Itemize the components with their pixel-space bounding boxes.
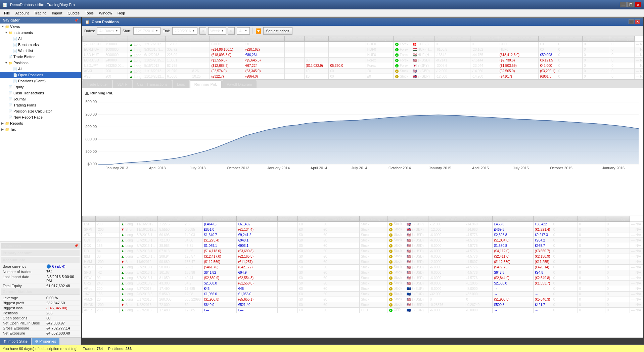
nav-positions[interactable]: ▼ 📁 Positions (0, 60, 81, 66)
td-unreal-base2: €42,000 (539, 63, 557, 69)
menu-account[interactable]: Account (13, 10, 32, 16)
td-avg: 6.5650 (166, 74, 191, 79)
nav-positions-all[interactable]: 📄 All (0, 66, 81, 72)
doc-icon: 📄 (8, 109, 13, 114)
td-curr-flag: 🇭🇺 HUF (H... (411, 52, 434, 58)
svg-text:$900.00: $900.00 (85, 125, 97, 129)
subscription-msg: You have 60 day(s) of subscription remai… (3, 347, 78, 351)
minimize-btn[interactable]: — (620, 2, 627, 7)
td-unreal-base: (€864.0) (244, 74, 284, 79)
td-avg: 302.72 (166, 47, 191, 52)
menu-quotes[interactable]: Quotes (65, 10, 82, 16)
th-offset-base: Offset In Base (552, 216, 578, 221)
tab-bar: Trade Blotter SL/TP Cash Transactions Le… (82, 80, 643, 88)
panel-title: Open Positions (92, 20, 119, 24)
td-offset: 0 (557, 63, 582, 69)
menu-file[interactable]: File (1, 10, 13, 16)
td-date: 11/16/2012... (143, 74, 165, 79)
nav-instruments[interactable]: ▼ 📁 Instruments (0, 30, 81, 36)
nav-equity[interactable]: 📄 Equity (0, 84, 81, 90)
td-avg: 225.09 (166, 52, 191, 58)
tab-sltp[interactable]: SL/TP (113, 80, 132, 88)
nav-instruments-all[interactable]: 📄 All (0, 36, 81, 42)
td-last (191, 63, 210, 69)
prop-leverage: Leverage 0.00 % (1, 296, 80, 301)
td-unreal: (£2,574.0) (210, 69, 244, 74)
td-curr-flag: 🇺🇸 $ (USD) (411, 58, 434, 63)
menu-window[interactable]: Window (96, 10, 115, 16)
td-ticker: LSL (83, 221, 96, 227)
tab-legs[interactable]: Legs (173, 80, 189, 88)
close-btn[interactable]: ✕ (635, 2, 641, 7)
nav-reports[interactable]: ▶ 📁 Reports (0, 120, 81, 126)
nav-pos-calc[interactable]: 📄 Position size Calculator (0, 108, 81, 114)
th-comm-base: Commission In Base (434, 36, 470, 42)
tab-trade-blotter[interactable]: Trade Blotter (82, 80, 112, 88)
td-real-pnl: £0 (304, 74, 328, 79)
tab-cash[interactable]: Cash Transactions (133, 80, 172, 88)
doc-icon: 📄 (8, 91, 13, 95)
menu-import[interactable]: Import (49, 10, 65, 16)
dates-dropdown[interactable]: All Dates (97, 27, 121, 35)
menu-trading[interactable]: Trading (31, 10, 49, 16)
panel-minimize-btn[interactable]: — (629, 19, 634, 24)
table-row: DO 84▲ Long3/7/2013 1...67.81318.85 ($14… (83, 248, 643, 254)
bottom-positions-table[interactable]: Ticker Open Shares L/S Entry Date Averag… (82, 216, 643, 338)
positions-table[interactable]: Ticker Open Shares L/S Entry Date Averag… (82, 36, 643, 80)
nav-open-positions[interactable]: 📄 Open Positions (0, 72, 81, 78)
th-comm-base: Commission In Base (428, 216, 465, 221)
td-exp-date: 0 (610, 69, 634, 74)
nav-watchlist[interactable]: 📄 Watchlist (0, 48, 81, 54)
nav-tax[interactable]: ▶ 📁 Tax (0, 126, 81, 132)
td-comm-base: -23.044 (470, 63, 498, 69)
td-shares: 1000000 (104, 47, 128, 52)
nav-trade-blotter[interactable]: 📄 Trade Blotter (0, 54, 81, 60)
th-last-price: Last Price (183, 216, 202, 221)
expand-arrow: ▼ (5, 31, 8, 34)
panel-titlebar: 📋 Open Positions — ✕ (82, 18, 643, 26)
td-expander[interactable]: ▷ EUR.CHF (83, 42, 104, 47)
td-ls: ▲ Long (128, 42, 143, 47)
gross-exp-label: Gross Exposure (3, 326, 46, 330)
th-realized-base: Realized P&L In Base (329, 36, 366, 42)
td-ticker: SPG (83, 270, 96, 275)
prop-biggest-profit: Biggest profit €32,847.50 (1, 301, 80, 306)
open-pos-label: Open positions (3, 316, 46, 320)
prev-btn[interactable]: ◀ (199, 27, 206, 35)
open-positions-panel: 📋 Open Positions — ✕ Dates: All Dates St… (82, 17, 643, 338)
all-dropdown[interactable]: All (237, 27, 249, 35)
set-last-prices-btn[interactable]: Set last prices (263, 27, 292, 35)
properties-panel: Properties 📌 Primary account Account Inf… (0, 241, 81, 337)
end-label: End: (163, 29, 170, 33)
dates-label: Dates: (84, 29, 95, 33)
import-state-tab[interactable]: ⬆ Import State (0, 338, 31, 345)
panel-close-btn[interactable]: ✕ (635, 19, 640, 24)
next-btn[interactable]: ▶ (228, 27, 235, 35)
th-exp-date: Expiration Date (578, 216, 605, 221)
td-last: 10.25 (191, 74, 210, 79)
period-dropdown[interactable]: Week (208, 27, 226, 35)
table-row: ATK 102▲ Long3/7/2013 1...66.693140.03 $… (83, 232, 643, 237)
expand-arrow: ▶ (1, 128, 5, 131)
menu-tools[interactable]: Tools (82, 10, 96, 16)
th-avg-price: Average Price (166, 36, 191, 42)
nav-views[interactable]: ▼ 📁 Views (0, 24, 81, 30)
end-dropdown[interactable]: 2/29/2016 (172, 27, 197, 35)
nav-benchmarks[interactable]: 📄 Benchmarks (0, 42, 81, 48)
tab-payoff[interactable]: Payoff Diagram (222, 80, 257, 88)
th-unreal-pnl-base: Unrealized P&L In Base (498, 36, 539, 42)
nav-new-report[interactable]: 📄 New Report Page (0, 114, 81, 120)
properties-tab[interactable]: ⚙ Properties (32, 338, 59, 345)
nav-journal[interactable]: 📄 Journal (0, 96, 81, 102)
maximize-btn[interactable]: ❐ (627, 2, 634, 7)
menu-help[interactable]: Help (115, 10, 128, 16)
tab-running-pnl[interactable]: Running PnL (190, 80, 222, 88)
td-date: 11/16/2012... (143, 69, 165, 74)
td-offset-base: 0 (583, 52, 610, 58)
td-offset-base: 0 (583, 63, 610, 69)
nav-cash[interactable]: 📄 Cash Transactions (0, 90, 81, 96)
start-dropdown[interactable]: 12/17/2010 (133, 27, 160, 35)
nav-positions-gantt[interactable]: 📄 Positions (Gantt) (0, 78, 81, 84)
nav-trading-plans[interactable]: 📄 Trading Plans (0, 102, 81, 108)
td-real-pnl: $0 (304, 58, 328, 63)
